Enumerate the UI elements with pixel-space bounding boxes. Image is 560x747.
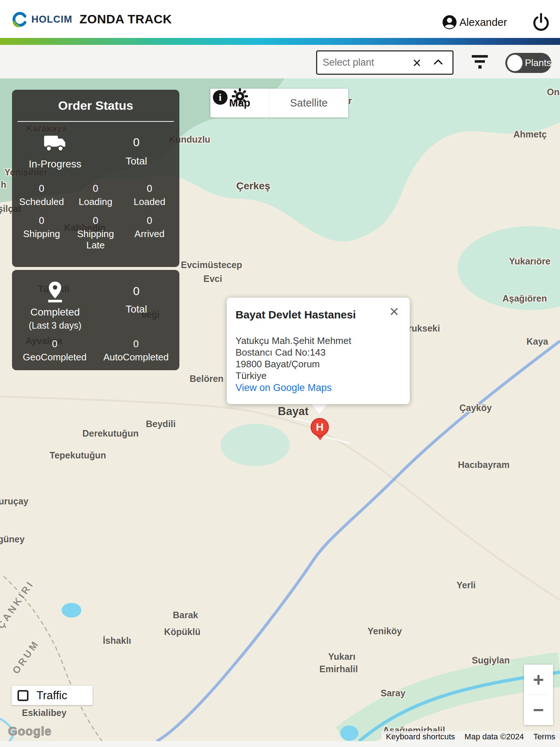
view-on-google-maps-link[interactable]: View on Google Maps [236,382,332,394]
stat-label: Arrived [135,228,164,240]
info-window: Bayat Devlet Hastanesi × Yatukçu Mah.Şeh… [227,298,410,404]
info-window-address: Yatukçu Mah.Şehit MehmetBostancı Cad No:… [236,335,351,382]
truck-icon [43,135,67,153]
address-line: Türkiye [236,370,351,382]
completed-total-label: Total [125,303,147,315]
stat-label: Shipping Late [72,228,119,251]
plants-toggle-label: Plants [525,57,551,69]
holcim-logo-icon [11,11,28,28]
map-type-satellite-button[interactable]: Satellite [269,89,348,117]
close-icon[interactable]: × [389,303,399,320]
stat-value: 0 [93,215,98,227]
place-pin-icon [48,281,62,305]
zoom-out-button[interactable]: − [524,695,553,725]
user-avatar-icon [442,15,457,30]
info-window-title: Bayat Devlet Hastanesi [236,309,356,321]
brand-name: HOLCIM [31,14,72,25]
clear-selection-icon[interactable]: × [413,55,421,70]
in-progress-label: In-Progress [29,158,82,170]
user-menu[interactable]: Alexander [442,15,507,30]
toggle-knob [507,55,522,71]
traffic-label: Traffic [36,689,67,702]
app-header: HOLCIM ZONDA TRACK Alexander [0,0,560,38]
stat-value: 0 [133,338,139,350]
stat-label: Loaded [134,196,166,208]
map-zoom-control: + − [524,665,553,725]
map-toolbar: Select plant × Plants [0,45,560,78]
traffic-toggle-button[interactable]: Traffic [12,686,93,705]
order-status-panel: Order Status In-Progress 0 Total 0 Sched… [12,90,179,267]
stat-label: Shipping [23,228,60,240]
completed-panel: 0 Total Completed (Last 3 days) 0 GeoCom… [12,270,179,370]
page-title: ZONDA TRACK [79,12,172,26]
user-name: Alexander [459,16,507,28]
brand-gradient-bar [0,38,560,45]
panel-divider [18,121,174,122]
chevron-up-icon[interactable] [433,59,443,66]
stat-value: 0 [39,183,44,194]
stat-label: Loading [79,196,113,208]
zoom-in-button[interactable]: + [524,665,553,694]
address-line: Bostancı Cad No:143 [236,347,351,358]
stat-value: 0 [93,183,98,194]
logout-power-icon[interactable] [532,12,551,31]
select-plant-placeholder: Select plant [323,57,413,68]
address-line: 19800 Bayat/Çorum [236,358,351,370]
order-status-title: Order Status [12,98,179,113]
info-window-tail [311,403,328,414]
hospital-marker[interactable]: H [311,418,329,436]
select-plant-combobox[interactable]: Select plant × [316,50,454,75]
completed-total-value: 0 [133,285,140,298]
stat-label: GeoCompleted [23,352,87,363]
filter-icon[interactable] [471,55,488,70]
address-line: Yatukçu Mah.Şehit Mehmet [236,335,351,347]
info-icon[interactable]: i [213,90,228,105]
stat-value: 0 [147,215,152,227]
in-progress-total-value: 0 [133,136,140,149]
holcim-logo: HOLCIM [11,11,72,28]
bottom-strip [0,741,560,747]
traffic-checkbox[interactable] [18,690,28,701]
stat-value: 0 [39,215,44,227]
plants-toggle[interactable]: Plants [505,53,551,73]
completed-label: Completed [30,306,79,318]
gear-icon[interactable] [231,88,249,107]
google-logo: Google [8,724,52,738]
stat-label: AutoCompleted [103,352,168,363]
stat-value: 0 [52,338,57,350]
stat-label: Scheduled [19,196,64,208]
stat-value: 0 [147,183,152,194]
in-progress-total-label: Total [125,155,147,167]
completed-sublabel: (Last 3 days) [29,320,82,331]
